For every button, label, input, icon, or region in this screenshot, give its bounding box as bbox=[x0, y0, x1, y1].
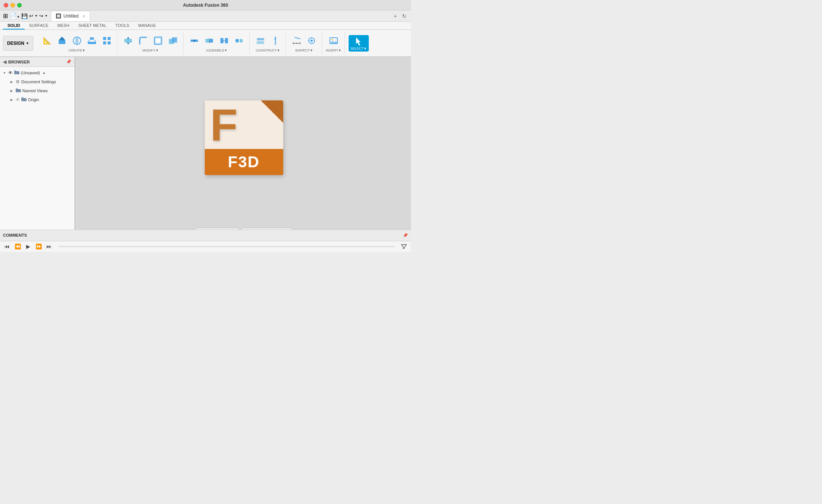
svg-marker-1 bbox=[59, 37, 65, 40]
group-inspect: INSPECT▼ bbox=[287, 31, 322, 55]
ribbon-tabs: SOLID SURFACE MESH SHEET METAL TOOLS MAN… bbox=[0, 22, 411, 30]
axis-button[interactable] bbox=[268, 34, 282, 47]
svg-rect-11 bbox=[108, 41, 111, 44]
redo-dropdown[interactable]: ▼ bbox=[45, 14, 48, 18]
redo-button[interactable]: ↪ bbox=[39, 13, 43, 19]
window-controls bbox=[4, 3, 22, 7]
svg-rect-32 bbox=[257, 38, 264, 40]
insert-image-button[interactable] bbox=[327, 34, 341, 47]
create-sketch-button[interactable]: 📐 bbox=[40, 34, 54, 47]
undo-button[interactable]: ↩ bbox=[29, 13, 33, 19]
tab-surface[interactable]: SURFACE bbox=[25, 22, 53, 29]
shell-icon bbox=[153, 35, 163, 46]
svg-rect-26 bbox=[220, 38, 223, 43]
undo-dropdown[interactable]: ▼ bbox=[35, 14, 38, 18]
measure-icon bbox=[291, 35, 302, 46]
maximize-button[interactable] bbox=[17, 3, 22, 7]
comments-bar: COMMENTS 📌 bbox=[0, 230, 411, 241]
assemble-buttons bbox=[187, 34, 246, 47]
group-construct: CONSTRUCT▼ bbox=[250, 31, 286, 55]
enable-contact-button[interactable] bbox=[232, 34, 246, 47]
motion-study-button[interactable] bbox=[217, 34, 231, 47]
tab-close-button[interactable]: ✕ bbox=[82, 14, 85, 18]
f3d-bar: F3D bbox=[205, 149, 283, 175]
assemble-label: ASSEMBLE▼ bbox=[206, 49, 227, 52]
tab-sheet-metal[interactable]: SHEET METAL bbox=[74, 22, 111, 29]
tab-tools[interactable]: TOOLS bbox=[111, 22, 134, 29]
shell-button[interactable] bbox=[151, 34, 165, 47]
sidebar-resize-handle[interactable] bbox=[75, 57, 76, 230]
enable-contact-icon bbox=[234, 35, 244, 46]
canvas-area[interactable]: F F3D bbox=[77, 57, 411, 230]
tab-manage[interactable]: MANAGE bbox=[134, 22, 161, 29]
rewind-button[interactable]: ⏪ bbox=[13, 242, 22, 251]
construct-buttons bbox=[253, 34, 282, 47]
svg-marker-14 bbox=[127, 43, 129, 45]
new-tab-button[interactable]: + bbox=[392, 12, 399, 20]
browser-pin-button[interactable]: 📌 bbox=[66, 59, 71, 64]
offset-plane-icon bbox=[255, 35, 266, 46]
doc-settings-arrow[interactable]: ▶ bbox=[10, 80, 14, 84]
origin-arrow[interactable]: ▶ bbox=[10, 98, 14, 102]
svg-marker-36 bbox=[274, 37, 276, 39]
create-label: CREATE▼ bbox=[69, 49, 86, 52]
close-button[interactable] bbox=[4, 3, 8, 7]
browser-title-area: ◀ BROWSER bbox=[3, 59, 30, 65]
more-create-button[interactable] bbox=[100, 34, 114, 47]
origin-label: Origin bbox=[28, 97, 39, 102]
filter-button[interactable] bbox=[400, 242, 408, 251]
fillet-button[interactable] bbox=[136, 34, 150, 47]
comments-label: COMMENTS bbox=[3, 233, 400, 237]
browser-root-item[interactable]: ▼ 👁 (Unsaved) ● bbox=[0, 68, 74, 77]
named-views-arrow[interactable]: ▶ bbox=[10, 89, 14, 93]
revolve-button[interactable] bbox=[70, 34, 84, 47]
file-menu[interactable]: 📄▼ bbox=[9, 12, 20, 19]
browser-document-settings[interactable]: ▶ ⚙ Document Settings bbox=[0, 77, 74, 86]
svg-rect-0 bbox=[59, 40, 65, 44]
fast-forward-button[interactable]: ⏩ bbox=[34, 242, 43, 251]
eye-icon[interactable]: 👁 bbox=[8, 70, 13, 75]
save-button[interactable]: 💾 bbox=[21, 13, 28, 19]
skip-start-button[interactable]: ⏮ bbox=[3, 242, 11, 251]
design-button[interactable]: DESIGN ▼ bbox=[3, 36, 33, 51]
center-of-mass-button[interactable] bbox=[305, 34, 319, 47]
measure-button[interactable] bbox=[290, 34, 304, 47]
as-built-joint-button[interactable] bbox=[202, 34, 216, 47]
minimize-button[interactable] bbox=[10, 3, 15, 7]
tab-label: Untitled bbox=[64, 13, 79, 19]
doc-settings-label: Document Settings bbox=[21, 80, 56, 84]
press-pull-button[interactable] bbox=[121, 34, 135, 47]
insert-label: INSERT▼ bbox=[326, 49, 342, 52]
browser-origin[interactable]: ▶ 👁 Origin bbox=[0, 95, 74, 104]
select-button[interactable]: SELECT▼ bbox=[349, 35, 369, 52]
joint-button[interactable] bbox=[187, 34, 201, 47]
svg-rect-24 bbox=[209, 39, 213, 43]
combine-button[interactable] bbox=[166, 34, 180, 47]
app-grid-icon[interactable]: ⊞ bbox=[3, 12, 8, 19]
svg-rect-4 bbox=[88, 42, 96, 44]
sync-button[interactable]: ↻ bbox=[401, 12, 408, 20]
timeline-track[interactable] bbox=[58, 246, 395, 247]
modify-label: MODIFY▼ bbox=[142, 49, 159, 52]
loft-button[interactable] bbox=[85, 34, 99, 47]
as-built-joint-icon bbox=[204, 35, 214, 46]
group-assemble: ASSEMBLE▼ bbox=[184, 31, 250, 55]
skip-end-button[interactable]: ⏭ bbox=[45, 242, 53, 251]
named-views-label: Named Views bbox=[22, 88, 48, 93]
inspect-buttons bbox=[290, 34, 319, 47]
fillet-icon bbox=[138, 35, 148, 46]
root-collapse-arrow[interactable]: ▼ bbox=[3, 71, 7, 75]
origin-eye-icon: 👁 bbox=[16, 97, 20, 102]
group-insert: INSERT▼ bbox=[323, 31, 345, 55]
offset-plane-button[interactable] bbox=[253, 34, 268, 47]
comments-pin-button[interactable]: 📌 bbox=[403, 233, 408, 238]
extrude-button[interactable] bbox=[55, 34, 69, 47]
browser-named-views[interactable]: ▶ Named Views bbox=[0, 86, 74, 95]
svg-point-28 bbox=[235, 39, 239, 43]
tab-solid[interactable]: SOLID bbox=[3, 22, 25, 29]
play-button[interactable]: ▶ bbox=[24, 242, 32, 251]
browser-collapse-button[interactable]: ◀ bbox=[3, 59, 6, 65]
tab-mesh[interactable]: MESH bbox=[53, 22, 74, 29]
insert-buttons bbox=[327, 34, 341, 47]
document-tab[interactable]: 🔲 Untitled ✕ bbox=[51, 11, 90, 21]
